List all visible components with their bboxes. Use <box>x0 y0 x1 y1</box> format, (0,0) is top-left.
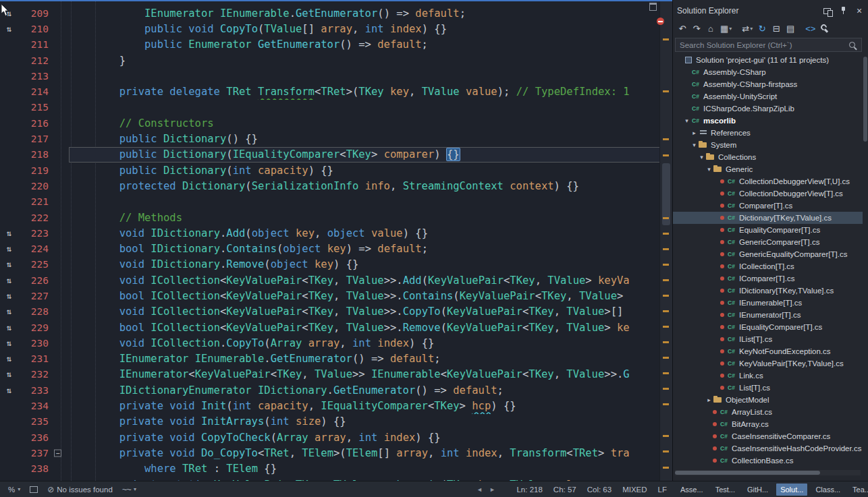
tree-item[interactable]: C#Link.cs <box>673 370 863 382</box>
scrollbar-thumb[interactable] <box>662 163 670 225</box>
implements-interface-icon[interactable]: ⇅ <box>0 229 18 238</box>
line-number[interactable]: 216 <box>18 118 49 129</box>
line-number[interactable]: 228 <box>18 306 49 317</box>
line-number[interactable]: 226 <box>18 275 49 286</box>
collapse-all-icon[interactable]: ⊟ <box>771 24 781 34</box>
tree-item[interactable]: C#ArrayList.cs <box>673 406 863 418</box>
implements-interface-icon[interactable]: ⇅ <box>0 244 18 254</box>
code-line[interactable]: 214private delegate TRet Transform<TRet>… <box>0 84 672 99</box>
line-number[interactable]: 211 <box>18 39 49 50</box>
tree-item[interactable]: C#IDictionary[TKey,TValue].cs <box>673 285 863 297</box>
line-number[interactable]: 217 <box>18 134 49 144</box>
code-line[interactable]: ⇅227bool ICollection<KeyValuePair<TKey, … <box>0 288 672 303</box>
tree-item[interactable]: C#Assembly-UnityScript <box>673 90 863 103</box>
view-code-icon[interactable]: <> <box>805 24 815 34</box>
code-line[interactable]: 217public Dictionary() {} <box>0 131 672 146</box>
expander-collapsed-icon[interactable]: ▸ <box>690 129 698 136</box>
implements-interface-icon[interactable]: ⇅ <box>0 370 18 379</box>
refresh-icon[interactable]: ↻ <box>757 24 767 34</box>
tree-item[interactable]: C#ICollection[T].cs <box>673 260 863 272</box>
close-icon[interactable]: × <box>855 6 864 16</box>
implements-interface-icon[interactable]: ⇅ <box>0 386 18 395</box>
line-number[interactable]: 231 <box>18 353 49 364</box>
tree-item[interactable]: C#BitArray.cs <box>673 418 863 430</box>
implements-interface-icon[interactable]: ⇅ <box>0 339 18 348</box>
vertical-scrollbar[interactable] <box>659 1 672 481</box>
tree-item[interactable]: ▾Collections <box>673 151 863 163</box>
home-icon[interactable]: ⌂ <box>706 24 715 34</box>
squiggle-filter[interactable]: ~~ ▾ <box>122 484 136 494</box>
tree-item[interactable]: ▸ObjectModel <box>673 394 863 406</box>
panel-tab[interactable]: Solut... <box>776 484 807 496</box>
scrollbar-thumb[interactable] <box>863 57 867 142</box>
code-line[interactable]: ⇅209IEnumerator IEnumerable.GetEnumerato… <box>0 5 672 21</box>
line-number[interactable]: 225 <box>18 259 49 270</box>
search-input[interactable] <box>676 41 849 49</box>
scrollbar-thumb[interactable] <box>675 471 820 475</box>
line-number[interactable]: 223 <box>18 228 49 239</box>
line-number[interactable]: 210 <box>18 24 49 34</box>
line-number[interactable]: 227 <box>18 291 49 301</box>
line-number[interactable]: 235 <box>18 416 49 427</box>
line-number[interactable]: 234 <box>18 401 49 411</box>
line-number[interactable]: 220 <box>18 181 49 192</box>
line-number[interactable]: 230 <box>18 338 49 349</box>
line-number[interactable]: 222 <box>18 212 49 223</box>
code-line[interactable]: 222// Methods <box>0 210 672 225</box>
code-line[interactable]: 213 <box>0 68 672 84</box>
panel-tab[interactable]: Asse... <box>676 484 707 496</box>
code-line[interactable]: 238where TRet : TElem {} <box>0 461 672 477</box>
tree-item[interactable]: C#Comparer[T].cs <box>673 200 863 212</box>
line-number[interactable]: 214 <box>18 86 49 97</box>
tree-item[interactable]: ▸References <box>673 127 863 139</box>
implements-interface-icon[interactable]: ⇅ <box>0 307 18 316</box>
character-indicator[interactable]: Ch: 57 <box>553 486 576 494</box>
pin-icon[interactable] <box>838 6 848 16</box>
dock-window-icon[interactable] <box>822 6 832 16</box>
tree-item[interactable]: C#GenericComparer[T].cs <box>673 236 863 248</box>
back-icon[interactable]: ↶ <box>678 24 687 34</box>
preview-selected-items-icon[interactable]: ▤ <box>786 24 795 34</box>
code-line[interactable]: ⇅232IEnumerator<KeyValuePair<TKey, TValu… <box>0 367 672 382</box>
tree-item[interactable]: C#CollectionDebuggerView[T,U].cs <box>673 175 863 187</box>
tree-item[interactable]: C#KeyValuePair[TKey,TValue].cs <box>673 357 863 370</box>
line-number[interactable]: 236 <box>18 432 49 443</box>
tree-item[interactable]: C#IComparer[T].cs <box>673 272 863 285</box>
tree-item[interactable]: C#CollectionDebuggerView[T].cs <box>673 187 863 200</box>
line-number[interactable]: 219 <box>18 165 49 176</box>
tree-item[interactable]: ▾System <box>673 139 863 151</box>
panel-tab[interactable]: GitH... <box>743 484 772 496</box>
expander-collapsed-icon[interactable]: ▸ <box>705 397 713 403</box>
code-line[interactable]: ⇅233IDictionaryEnumerator IDictionary.Ge… <box>0 382 672 398</box>
panel-tab[interactable]: Tea... <box>848 484 868 496</box>
line-number[interactable]: 224 <box>18 243 49 254</box>
tree-item[interactable]: C#Assembly-CSharp-firstpass <box>673 78 863 90</box>
screen-status-icon[interactable] <box>30 486 38 493</box>
line-number[interactable]: 232 <box>18 369 49 380</box>
code-line[interactable]: 218public Dictionary(IEqualityComparer<T… <box>0 147 672 163</box>
code-line[interactable]: ⇅229bool ICollection<KeyValuePair<TKey, … <box>0 320 672 335</box>
line-number[interactable]: 239 <box>18 479 49 481</box>
tree-item[interactable]: C#CaseInsensitiveComparer.cs <box>673 430 863 442</box>
implements-interface-icon[interactable]: ⇅ <box>0 323 18 332</box>
properties-wrench-icon[interactable] <box>820 24 830 33</box>
line-number[interactable]: 212 <box>18 55 49 66</box>
code-line[interactable]: ⇅231IEnumerator IEnumerable.GetEnumerato… <box>0 351 672 367</box>
tree-item[interactable]: C#IList[T].cs <box>673 333 863 345</box>
expander-expanded-icon[interactable]: ▾ <box>705 166 713 173</box>
line-number[interactable]: 238 <box>18 463 49 474</box>
code-line[interactable]: 212} <box>0 53 672 68</box>
tree-item[interactable]: C#KeyNotFoundException.cs <box>673 345 863 357</box>
line-indicator[interactable]: Ln: 218 <box>516 486 542 494</box>
tree-vertical-scrollbar[interactable] <box>863 57 867 465</box>
tree-item[interactable]: C#CollectionBase.cs <box>673 455 863 467</box>
panel-tab[interactable]: Class... <box>811 484 844 496</box>
nav-back-icon[interactable]: ◄ <box>477 486 483 493</box>
expander-expanded-icon[interactable]: ▾ <box>698 154 705 160</box>
implements-interface-icon[interactable]: ⇅ <box>0 291 18 301</box>
code-line[interactable]: 221 <box>0 194 672 210</box>
code-line[interactable]: ⇅230void ICollection.CopyTo(Array array,… <box>0 335 672 351</box>
code-line[interactable]: 220protected Dictionary(SerializationInf… <box>0 178 672 194</box>
tree-item[interactable]: C#GenericEqualityComparer[T].cs <box>673 248 863 260</box>
tree-item[interactable]: C#Assembly-CSharp <box>673 66 863 78</box>
